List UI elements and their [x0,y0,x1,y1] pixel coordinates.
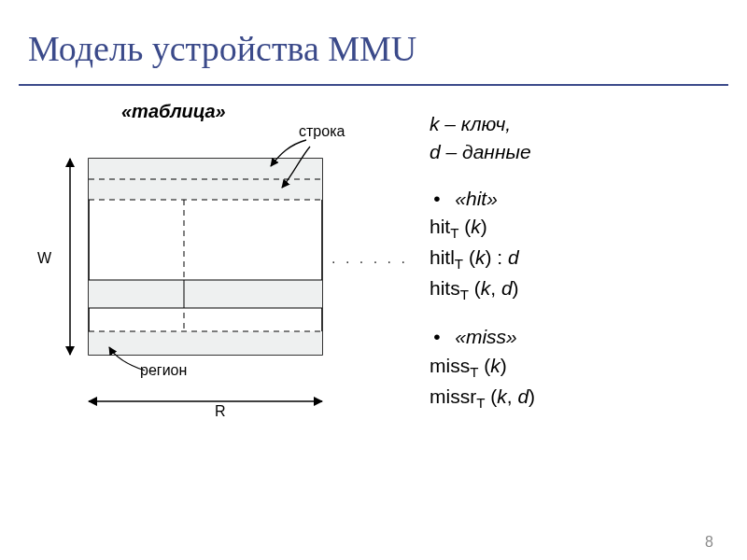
d-var: d [430,141,441,162]
hit1-c: ) [481,216,487,237]
k-var: k [430,113,440,134]
svg-rect-3 [89,179,322,200]
legend-block: k – ключ, d – данные «hit» hitT (k) hitl… [430,110,535,413]
hit3-sub: T [460,287,469,303]
hit3-k: k [481,277,491,299]
hit2-b: ( [463,246,475,268]
hit1-a: hit [430,216,450,237]
miss2-b: ( [485,385,497,407]
hit3-c: , [490,277,501,299]
hit2-a: hitl [430,246,455,268]
k-def: – ключ, [440,113,512,134]
miss2-k: k [497,385,507,407]
hit2-c: ) : [485,246,508,268]
svg-rect-6 [89,280,322,308]
miss2-d: d [517,385,529,407]
hit1-k: k [471,216,481,237]
svg-rect-10 [89,331,322,355]
miss-header: «miss» [455,326,517,347]
hit3-b: ( [469,277,481,299]
miss2-a: missr [430,385,476,407]
hit2-sub: T [455,257,463,273]
svg-rect-2 [89,159,322,179]
miss1-c: ) [500,355,507,376]
d-def: – данные [441,141,531,162]
hit2-k: k [475,246,486,268]
miss1-k: k [490,355,500,376]
miss1-a: miss [430,355,470,376]
hit2-d: d [508,246,519,268]
hit3-d: d [501,277,513,299]
miss2-sub: T [476,395,485,411]
page-number: 8 [705,534,713,551]
hit3-e: ) [513,277,519,299]
miss2-e: ) [529,385,535,407]
hit3-a: hits [430,277,460,299]
table-diagram [0,0,402,439]
miss2-c: , [507,385,518,407]
hit1-b: ( [458,216,471,237]
hit-header: «hit» [455,188,498,209]
miss1-b: ( [478,355,490,376]
